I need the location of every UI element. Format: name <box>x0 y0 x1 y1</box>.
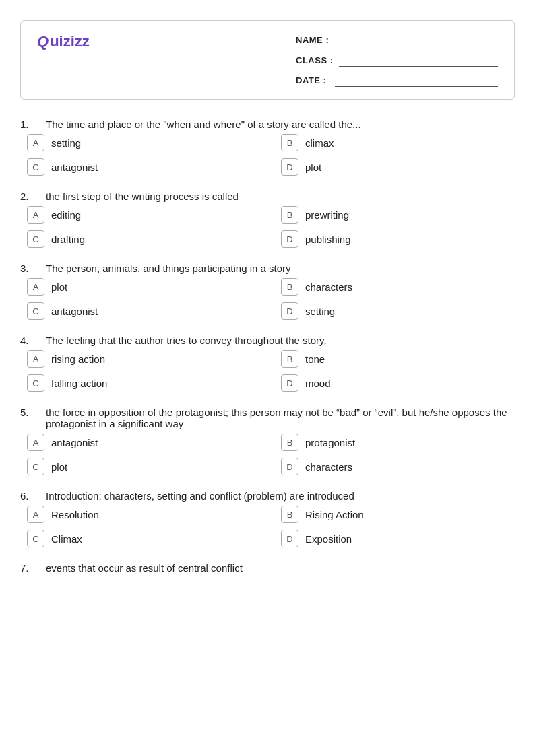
option-letter: A <box>27 278 44 296</box>
option[interactable]: Aplot <box>27 278 261 296</box>
question-text: events that occur as result of central c… <box>46 562 515 574</box>
options-grid: AeditingBprewritingCdraftingDpublishing <box>27 206 515 248</box>
option[interactable]: Aediting <box>27 206 261 224</box>
question-row: 7.events that occur as result of central… <box>20 562 515 574</box>
option[interactable]: Dplot <box>281 158 515 176</box>
option-letter: B <box>281 278 298 296</box>
field-row: NAME : <box>296 33 498 46</box>
option-letter: B <box>281 134 298 151</box>
option[interactable]: Arising action <box>27 350 261 368</box>
option-text: falling action <box>51 378 107 389</box>
option-letter: C <box>27 230 44 248</box>
question-text: the force in opposition of the protagoni… <box>46 407 515 429</box>
logo-text: uizizz <box>50 33 90 50</box>
option-text: plot <box>51 281 67 293</box>
option-text: drafting <box>51 234 85 245</box>
option-letter: A <box>27 206 44 224</box>
field-line <box>339 53 499 67</box>
option-letter: A <box>27 350 44 368</box>
option-letter: C <box>27 458 44 475</box>
option-text: prewriting <box>305 209 349 221</box>
options-grid: AsettingBclimaxCantagonistDplot <box>27 134 515 176</box>
option-letter: B <box>281 206 298 224</box>
options-grid: Arising actionBtoneCfalling actionDmood <box>27 350 515 392</box>
question-number: 5. <box>20 407 40 418</box>
option-letter: C <box>27 302 44 320</box>
field-label: CLASS : <box>296 55 334 65</box>
option-letter: B <box>281 350 298 368</box>
question-block: 7.events that occur as result of central… <box>20 562 515 574</box>
option[interactable]: Bprotagonist <box>281 434 515 451</box>
option[interactable]: Bclimax <box>281 134 515 151</box>
option-text: editing <box>51 209 81 221</box>
option-text: antagonist <box>51 306 98 317</box>
option[interactable]: Cdrafting <box>27 230 261 248</box>
option-text: plot <box>305 162 321 173</box>
question-number: 2. <box>20 191 40 202</box>
header-right: NAME :CLASS :DATE : <box>296 33 498 87</box>
question-text: The person, animals, and things particip… <box>46 263 515 274</box>
option-letter: D <box>281 302 298 320</box>
option[interactable]: BRising Action <box>281 506 515 523</box>
question-block: 4.The feeling that the author tries to c… <box>20 335 515 392</box>
options-grid: AantagonistBprotagonistCplotDcharacters <box>27 434 515 475</box>
question-row: 6.Introduction; characters, setting and … <box>20 490 515 502</box>
option-text: setting <box>305 306 335 317</box>
option[interactable]: Cfalling action <box>27 374 261 392</box>
option[interactable]: Dcharacters <box>281 458 515 475</box>
question-number: 4. <box>20 335 40 346</box>
option[interactable]: Dpublishing <box>281 230 515 248</box>
question-text: The time and place or the "when and wher… <box>46 118 515 130</box>
option[interactable]: Btone <box>281 350 515 368</box>
option[interactable]: Bcharacters <box>281 278 515 296</box>
option-text: Resolution <box>51 509 99 520</box>
option[interactable]: Asetting <box>27 134 261 151</box>
option[interactable]: CClimax <box>27 530 261 547</box>
question-row: 4.The feeling that the author tries to c… <box>20 335 515 346</box>
option[interactable]: Cplot <box>27 458 261 475</box>
question-block: 1.The time and place or the "when and wh… <box>20 118 515 176</box>
field-label: NAME : <box>296 35 329 45</box>
question-row: 1.The time and place or the "when and wh… <box>20 118 515 130</box>
option-text: publishing <box>305 234 351 245</box>
option[interactable]: Dmood <box>281 374 515 392</box>
option-text: plot <box>51 461 67 473</box>
options-grid: AplotBcharactersCantagonistDsetting <box>27 278 515 320</box>
option-letter: D <box>281 530 298 547</box>
option[interactable]: DExposition <box>281 530 515 547</box>
option[interactable]: Aantagonist <box>27 434 261 451</box>
option-letter: D <box>281 158 298 176</box>
option-text: characters <box>305 461 352 473</box>
question-row: 2.the first step of the writing process … <box>20 191 515 202</box>
logo: Quizizz <box>37 33 90 50</box>
field-row: DATE : <box>296 73 498 87</box>
option-letter: D <box>281 230 298 248</box>
option-text: tone <box>305 353 325 365</box>
question-number: 1. <box>20 118 40 130</box>
option-text: protagonist <box>305 437 355 448</box>
questions-container: 1.The time and place or the "when and wh… <box>20 118 515 574</box>
option-text: antagonist <box>51 437 98 448</box>
option[interactable]: Dsetting <box>281 302 515 320</box>
option-letter: D <box>281 458 298 475</box>
question-row: 3.The person, animals, and things partic… <box>20 263 515 274</box>
question-number: 7. <box>20 562 40 574</box>
option[interactable]: Cantagonist <box>27 158 261 176</box>
question-text: the first step of the writing process is… <box>46 191 515 202</box>
option-text: climax <box>305 137 334 149</box>
option[interactable]: Cantagonist <box>27 302 261 320</box>
option-letter: A <box>27 434 44 451</box>
option-letter: C <box>27 530 44 547</box>
option-letter: A <box>27 506 44 523</box>
option-text: setting <box>51 137 81 149</box>
header-left: Quizizz <box>37 33 90 64</box>
option-text: rising action <box>51 353 105 365</box>
option[interactable]: Bprewriting <box>281 206 515 224</box>
option-text: Rising Action <box>305 509 364 520</box>
question-number: 3. <box>20 263 40 274</box>
option-text: Climax <box>51 533 82 545</box>
field-row: CLASS : <box>296 53 498 67</box>
option[interactable]: AResolution <box>27 506 261 523</box>
option-letter: D <box>281 374 298 392</box>
question-block: 5.the force in opposition of the protago… <box>20 407 515 475</box>
